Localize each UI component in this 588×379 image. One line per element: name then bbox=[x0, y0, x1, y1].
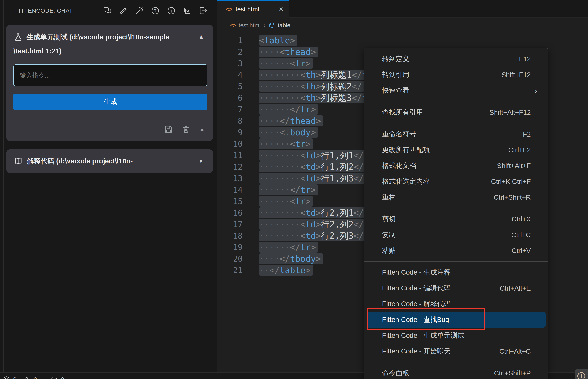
menu-item[interactable]: 转到定义F12 bbox=[364, 51, 548, 67]
breadcrumb-symbol[interactable]: table bbox=[278, 22, 290, 29]
menu-item[interactable]: 剪切Ctrl+X bbox=[364, 211, 548, 227]
line-number[interactable]: 5 bbox=[217, 82, 242, 91]
selected-text: ····<tbody> bbox=[259, 127, 318, 138]
tab-close-icon[interactable]: × bbox=[279, 5, 283, 13]
menu-separator bbox=[364, 261, 548, 262]
menu-item-shortcut: Shift+Alt+F12 bbox=[490, 109, 531, 116]
selected-text: ········<td>行1,列3</td> bbox=[259, 173, 382, 184]
line-number[interactable]: 7 bbox=[217, 105, 242, 114]
menu-item[interactable]: 快速查看› bbox=[364, 83, 548, 98]
generate-unit-test-card: 生成单元测试 (d:\vscode project\l10n-sample ▲ … bbox=[6, 25, 213, 141]
menu-item[interactable]: Fitten Code - 开始聊天Ctrl+Alt+C bbox=[364, 343, 548, 359]
comment-discussion-icon[interactable] bbox=[103, 6, 112, 15]
menu-item[interactable]: 重命名符号F2 bbox=[364, 126, 548, 142]
line-number[interactable]: 6 bbox=[217, 94, 242, 102]
menu-item-label: 转到定义 bbox=[382, 54, 409, 63]
chevron-right-icon: › bbox=[263, 21, 266, 29]
menu-item-label: 格式化文档 bbox=[382, 161, 416, 170]
selected-text: ········<th>列标题1</th> bbox=[259, 70, 380, 80]
menu-item-label: Fitten Code - 开始聊天 bbox=[382, 347, 451, 356]
line-number[interactable]: 2 bbox=[217, 47, 242, 56]
line-number[interactable]: 4 bbox=[217, 70, 242, 79]
trash-icon[interactable] bbox=[181, 125, 191, 134]
panel-toolbar: ? bbox=[103, 6, 208, 15]
instruction-input-wrap bbox=[14, 64, 208, 86]
line-number[interactable]: 16 bbox=[217, 208, 242, 217]
line-number[interactable]: 21 bbox=[217, 266, 242, 275]
zoom-in-button[interactable] bbox=[574, 369, 588, 379]
selected-text: ······<tr> bbox=[259, 196, 313, 207]
instruction-input[interactable] bbox=[14, 65, 207, 86]
menu-item[interactable]: 重构...Ctrl+Shift+R bbox=[364, 189, 548, 205]
selected-text: ······</tr> bbox=[259, 242, 318, 253]
close-all-icon[interactable] bbox=[183, 6, 192, 15]
line-number[interactable]: 15 bbox=[217, 197, 242, 206]
menu-item-label: 粘贴 bbox=[382, 246, 396, 255]
menu-item-label: 复制 bbox=[382, 230, 396, 239]
save-icon[interactable] bbox=[164, 125, 173, 134]
line-number[interactable]: 14 bbox=[217, 185, 242, 194]
menu-item-shortcut: Ctrl+C bbox=[511, 231, 531, 239]
symbol-cube-icon bbox=[268, 22, 275, 29]
expand-down-icon[interactable]: ▼ bbox=[198, 158, 204, 164]
menu-item-shortcut: Ctrl+Shift+R bbox=[494, 193, 531, 201]
magic-wand-icon[interactable] bbox=[135, 6, 144, 15]
menu-item[interactable]: 格式化选定内容Ctrl+K Ctrl+F bbox=[364, 174, 548, 189]
info-icon[interactable] bbox=[167, 6, 176, 15]
selected-text: ········<td>行1,列2</td> bbox=[259, 161, 382, 172]
statusbar-broadcast[interactable]: 0 bbox=[50, 376, 64, 379]
menu-item-shortcut: Ctrl+K Ctrl+F bbox=[491, 178, 531, 185]
explain-code-card[interactable]: 解释代码 (d:\vscode project\l10n- ▼ bbox=[6, 149, 213, 173]
edit-icon[interactable] bbox=[119, 6, 128, 15]
selected-text: ··</table> bbox=[259, 265, 313, 276]
line-number[interactable]: 20 bbox=[217, 254, 242, 263]
line-number[interactable]: 19 bbox=[217, 243, 242, 252]
statusbar-error[interactable]: 0 bbox=[3, 376, 16, 379]
menu-separator bbox=[364, 208, 548, 208]
sign-out-icon[interactable] bbox=[199, 6, 208, 15]
line-number[interactable]: 3 bbox=[217, 59, 242, 68]
line-number[interactable]: 1 bbox=[217, 36, 242, 45]
tab-test-html[interactable]: <> test.html × bbox=[217, 0, 289, 18]
line-number[interactable]: 10 bbox=[217, 140, 242, 148]
menu-item[interactable]: 更改所有匹配项Ctrl+F2 bbox=[364, 142, 548, 158]
statusbar-count: 0 bbox=[61, 376, 64, 379]
selected-text: ····</tbody> bbox=[259, 253, 323, 264]
line-number[interactable]: 8 bbox=[217, 116, 242, 126]
menu-item-shortcut: F12 bbox=[519, 55, 531, 63]
collapse-up-icon[interactable]: ▲ bbox=[199, 126, 205, 133]
red-annotation-box bbox=[367, 308, 485, 330]
menu-item-shortcut: Shift+F12 bbox=[501, 71, 531, 79]
code-line[interactable]: 1<table> bbox=[217, 35, 588, 46]
menu-item[interactable]: 复制Ctrl+C bbox=[364, 227, 548, 243]
menu-item[interactable]: 查找所有引用Shift+Alt+F12 bbox=[364, 104, 548, 120]
menu-item-label: 快速查看 bbox=[382, 86, 409, 95]
line-number[interactable]: 17 bbox=[217, 220, 242, 229]
panel-header: FITTENCODE: CHAT ? bbox=[0, 0, 217, 22]
menu-item[interactable]: 命令面板...Ctrl+Shift+P bbox=[364, 365, 548, 379]
menu-item[interactable]: Fitten Code - 生成注释 bbox=[364, 265, 548, 280]
line-number[interactable]: 9 bbox=[217, 128, 242, 137]
line-number[interactable]: 13 bbox=[217, 174, 242, 183]
menu-item[interactable]: 粘贴Ctrl+V bbox=[364, 243, 548, 258]
menu-item-label: 格式化选定内容 bbox=[382, 177, 430, 186]
statusbar-warning[interactable]: 0 bbox=[23, 376, 37, 379]
menu-item[interactable]: 格式化文档Shift+Alt+F bbox=[364, 158, 548, 174]
menu-item-label: 查找所有引用 bbox=[382, 108, 423, 117]
tab-bar: <> test.html × bbox=[217, 0, 588, 17]
menu-item[interactable]: Fitten Code - 编辑代码Ctrl+Alt+E bbox=[364, 280, 548, 296]
selected-text: ······</tr> bbox=[259, 104, 318, 115]
breadcrumb-file[interactable]: test.html bbox=[239, 22, 261, 29]
selected-text: ········<th>列标题2</th> bbox=[259, 81, 380, 92]
menu-item-label: 剪切 bbox=[382, 214, 396, 223]
menu-item[interactable]: 转到引用Shift+F12 bbox=[364, 67, 548, 83]
menu-item-shortcut: Ctrl+Alt+E bbox=[500, 284, 531, 292]
line-number[interactable]: 12 bbox=[217, 162, 242, 171]
generate-button[interactable]: 生成 bbox=[14, 94, 208, 110]
question-icon[interactable]: ? bbox=[151, 6, 160, 15]
selected-text: <table> bbox=[259, 35, 297, 46]
line-number[interactable]: 18 bbox=[217, 231, 242, 240]
collapse-up-icon[interactable]: ▲ bbox=[198, 33, 204, 40]
line-number[interactable]: 11 bbox=[217, 151, 242, 160]
selected-text: ······<tr> bbox=[259, 139, 313, 149]
